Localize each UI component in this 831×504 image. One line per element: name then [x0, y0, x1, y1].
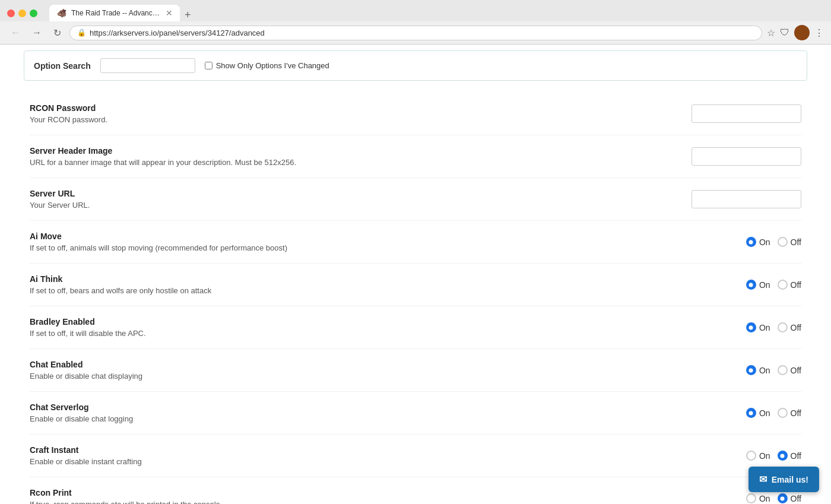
radio-chat_enabled-off[interactable] [778, 365, 788, 375]
setting-input-server_header_image[interactable] [692, 147, 801, 166]
option-search-bar: Option Search Show Only Options I've Cha… [24, 50, 807, 81]
new-tab-button[interactable]: + [180, 9, 196, 21]
radio-label-on: On [759, 237, 770, 247]
radio-label-off: Off [791, 280, 801, 290]
address-bar: 🔒 [69, 26, 762, 40]
radio-option-ai_think-on[interactable]: On [746, 280, 770, 290]
email-button-label: Email us! [772, 475, 808, 484]
tab-close-icon[interactable]: ✕ [166, 8, 173, 18]
reload-button[interactable]: ↻ [50, 26, 65, 40]
radio-option-chat_enabled-off[interactable]: Off [778, 365, 801, 375]
setting-row: Chat EnabledEnable or disable chat displ… [30, 349, 801, 392]
radio-option-chat_serverlog-off[interactable]: Off [778, 408, 801, 418]
page-content: Option Search Show Only Options I've Cha… [0, 50, 831, 504]
setting-desc: Your RCON password. [30, 115, 671, 124]
setting-info: Rcon PrintIf true, rcon commands etc wil… [30, 488, 671, 504]
radio-bradley_enabled-off[interactable] [778, 322, 788, 332]
radio-ai_move-off[interactable] [778, 237, 788, 247]
menu-icon[interactable]: ⋮ [814, 27, 824, 39]
show-changed-checkbox[interactable] [205, 62, 212, 69]
setting-info: Server Header ImageURL for a banner imag… [30, 146, 671, 167]
setting-desc: Enable or disable instant crafting [30, 457, 671, 466]
setting-row: Ai ThinkIf set to off, bears and wolfs a… [30, 264, 801, 306]
email-us-button[interactable]: ✉ Email us! [748, 467, 819, 492]
radio-label-on: On [759, 451, 770, 461]
setting-info: RCON PasswordYour RCON password. [30, 103, 671, 124]
radio-option-rcon_print-on[interactable]: On [746, 493, 770, 503]
radio-group-ai_think: OnOff [746, 280, 801, 290]
radio-group-craft_instant: OnOff [746, 451, 801, 461]
radio-option-craft_instant-on[interactable]: On [746, 451, 770, 461]
setting-row: Bradley EnabledIf set to off, it will di… [30, 306, 801, 349]
radio-label-off: Off [791, 366, 801, 375]
setting-input-rcon_password[interactable] [692, 104, 801, 123]
avatar[interactable] [794, 25, 810, 40]
back-button[interactable]: ← [7, 26, 24, 39]
radio-label-off: Off [791, 451, 801, 461]
radio-option-chat_serverlog-on[interactable]: On [746, 408, 770, 418]
radio-label-off: Off [791, 237, 801, 247]
radio-ai_think-off[interactable] [778, 280, 788, 290]
setting-input-server_url[interactable] [692, 190, 801, 208]
setting-title: Ai Think [30, 274, 671, 284]
maximize-window-button[interactable] [30, 9, 37, 17]
option-search-label: Option Search [34, 61, 91, 71]
setting-control [683, 147, 801, 166]
radio-option-ai_move-on[interactable]: On [746, 237, 770, 247]
radio-ai_think-on[interactable] [746, 280, 756, 290]
setting-control: OnOff [683, 365, 801, 375]
radio-group-chat_enabled: OnOff [746, 365, 801, 375]
radio-rcon_print-on[interactable] [746, 493, 756, 503]
radio-chat_enabled-on[interactable] [746, 365, 756, 375]
setting-title: Chat Serverlog [30, 402, 671, 412]
radio-label-off: Off [791, 408, 801, 418]
email-icon: ✉ [759, 474, 767, 485]
forward-button[interactable]: → [28, 26, 45, 39]
radio-rcon_print-off[interactable] [778, 493, 788, 503]
option-search-input[interactable] [100, 58, 195, 73]
setting-desc: If set to off, animals will stop moving … [30, 243, 671, 252]
active-tab[interactable]: 🐗 The Raid Trade -- Advanced S... ✕ [49, 5, 180, 21]
setting-info: Chat ServerlogEnable or disable chat log… [30, 402, 671, 423]
url-input[interactable] [90, 28, 754, 37]
radio-option-ai_move-off[interactable]: Off [778, 237, 801, 247]
setting-desc: URL for a banner image that will appear … [30, 158, 671, 167]
radio-option-craft_instant-off[interactable]: Off [778, 451, 801, 461]
close-window-button[interactable] [7, 9, 15, 17]
setting-row: RCON PasswordYour RCON password. [30, 93, 801, 135]
setting-control: OnOff [683, 322, 801, 332]
show-changed-label[interactable]: Show Only Options I've Changed [216, 61, 329, 70]
setting-control: OnOff [683, 451, 801, 461]
radio-option-bradley_enabled-off[interactable]: Off [778, 322, 801, 332]
setting-control [683, 190, 801, 208]
shield-icon[interactable]: 🛡 [780, 27, 789, 38]
radio-option-rcon_print-off[interactable]: Off [778, 493, 801, 503]
setting-control: OnOff [683, 408, 801, 418]
setting-title: Rcon Print [30, 488, 671, 497]
setting-title: Server URL [30, 189, 671, 198]
setting-desc: If set to off, bears and wolfs are only … [30, 286, 671, 295]
radio-option-chat_enabled-on[interactable]: On [746, 365, 770, 375]
lock-icon: 🔒 [77, 28, 86, 37]
setting-control: OnOff [683, 237, 801, 247]
setting-info: Ai MoveIf set to off, animals will stop … [30, 232, 671, 252]
radio-option-ai_think-off[interactable]: Off [778, 280, 801, 290]
settings-container: RCON PasswordYour RCON password.Server H… [0, 87, 831, 504]
setting-control [683, 104, 801, 123]
setting-info: Chat EnabledEnable or disable chat displ… [30, 360, 671, 381]
radio-ai_move-on[interactable] [746, 237, 756, 247]
radio-chat_serverlog-on[interactable] [746, 408, 756, 418]
radio-bradley_enabled-on[interactable] [746, 322, 756, 332]
setting-row: Server URLYour Server URL. [30, 178, 801, 221]
radio-group-chat_serverlog: OnOff [746, 408, 801, 418]
radio-chat_serverlog-off[interactable] [778, 408, 788, 418]
setting-info: Craft InstantEnable or disable instant c… [30, 445, 671, 466]
minimize-window-button[interactable] [18, 9, 26, 17]
radio-craft_instant-off[interactable] [778, 451, 788, 461]
nav-actions: ☆ 🛡 ⋮ [767, 25, 824, 40]
radio-option-bradley_enabled-on[interactable]: On [746, 322, 770, 332]
bookmark-icon[interactable]: ☆ [767, 27, 775, 39]
radio-craft_instant-on[interactable] [746, 451, 756, 461]
setting-title: Bradley Enabled [30, 317, 671, 327]
setting-row: Server Header ImageURL for a banner imag… [30, 135, 801, 178]
